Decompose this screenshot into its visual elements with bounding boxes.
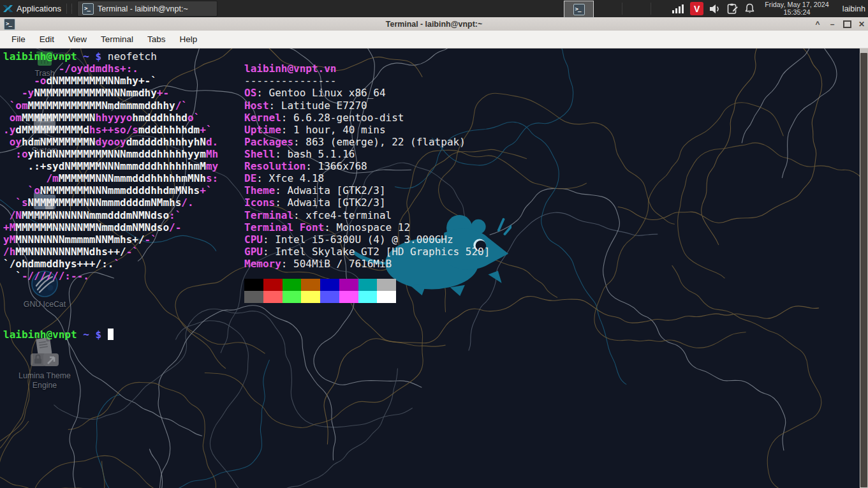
shade-window-button[interactable]: ^ bbox=[813, 20, 822, 29]
palette-swatch bbox=[283, 279, 302, 291]
neofetch-color-palette-row1 bbox=[244, 279, 396, 291]
menu-edit[interactable]: Edit bbox=[33, 33, 61, 46]
terminal-scrollbar[interactable] bbox=[860, 48, 868, 488]
palette-swatch bbox=[263, 291, 283, 303]
neofetch-color-palette-row2 bbox=[244, 291, 396, 303]
palette-swatch bbox=[377, 291, 396, 303]
neofetch-art-line: omMMMMMMMMMMMNhhyyyohmdddhhhdo` bbox=[3, 112, 200, 124]
applications-menu-icon bbox=[3, 3, 13, 14]
neofetch-art-line: /NMMMMMNNNNNNmmmdddmNMNdso:` bbox=[3, 209, 181, 221]
system-tray: V Friday, May 17, 2024 15:35:24 laibinh bbox=[672, 0, 868, 17]
neofetch-art-line: -odNMMMMMMMMNNmhy+-` bbox=[3, 75, 157, 87]
scrollbar-thumb[interactable] bbox=[860, 53, 867, 487]
neofetch-info-line: Resolution: 1366x768 bbox=[244, 160, 367, 172]
neofetch-art-line: `oNMMMMMMMNNNmmmddddhhdmMNhs+` bbox=[3, 184, 212, 196]
neofetch-art-line: :oyhhdNNMMMMMMMNNNmmdddhhhhhyymMh bbox=[3, 148, 218, 160]
neofetch-info-line: Host: Latitude E7270 bbox=[244, 100, 367, 112]
close-window-button[interactable]: ✕ bbox=[857, 20, 866, 29]
neofetch-info-line: Terminal: xfce4-terminal bbox=[244, 209, 392, 221]
minimize-window-button[interactable]: – bbox=[828, 20, 837, 29]
menu-help[interactable]: Help bbox=[173, 33, 204, 46]
terminal-icon: >_ bbox=[573, 4, 585, 15]
neofetch-info-title: laibinh@vnpt.vn bbox=[244, 63, 337, 75]
lumina-theme-icon bbox=[29, 337, 60, 369]
neofetch-art-line: `-//////:--. bbox=[3, 270, 89, 282]
terminal-cursor bbox=[108, 329, 114, 340]
neofetch-info-line: Shell: bash 5.1.16 bbox=[244, 148, 355, 160]
menu-bar: File Edit View Terminal Tabs Help bbox=[0, 31, 868, 48]
desktop-icon-label: Lumina Theme Engine bbox=[13, 371, 77, 390]
palette-swatch bbox=[301, 279, 320, 291]
desktop-root: Applications >_ Terminal - laibinh@vnpt:… bbox=[0, 0, 868, 488]
panel-separator bbox=[651, 3, 651, 15]
panel-grip-icon[interactable] bbox=[66, 4, 72, 13]
neofetch-info-line: Memory: 504MiB / 7616MiB bbox=[244, 258, 392, 270]
menu-file[interactable]: File bbox=[5, 33, 32, 46]
clock-time: 15:35:24 bbox=[765, 9, 829, 17]
top-panel: Applications >_ Terminal - laibinh@vnpt:… bbox=[0, 0, 868, 17]
window-titlebar[interactable]: Terminal - laibinh@vnpt:~ >_ ^ – ✕ bbox=[0, 17, 868, 31]
palette-swatch bbox=[339, 291, 358, 303]
neofetch-art-line: .ydMMMMMMMMMMdhs++so/smdddhhhhdm+` bbox=[3, 124, 212, 136]
neofetch-art-line: `/ohdmmddhys+++/:.` bbox=[3, 258, 120, 270]
neofetch-info-line: Packages: 863 (emerge), 22 (flatpak) bbox=[244, 136, 466, 148]
terminal-content[interactable]: Trash File System Home bbox=[0, 48, 868, 488]
panel-clock[interactable]: Friday, May 17, 2024 15:35:24 bbox=[765, 1, 829, 16]
shell-prompt-line: laibinh@vnpt ~ $ bbox=[3, 329, 114, 341]
neofetch-art-line: .:+sydNMMMMMNNNmmmdddhhhhhhmMmy bbox=[3, 160, 218, 172]
neofetch-art-line: -/oyddmdhs+:. bbox=[3, 63, 138, 75]
palette-swatch bbox=[301, 291, 320, 303]
neofetch-info-line: Terminal Font: Monospace 12 bbox=[244, 221, 410, 233]
neofetch-art-line: `omMMMMMMMMMMMMNmdmmmmddhhy/` bbox=[3, 100, 188, 112]
neofetch-info-line: Theme: Adwaita [GTK2/3] bbox=[244, 184, 386, 196]
neofetch-info-separator: --------------- bbox=[244, 75, 337, 87]
neofetch-info-line: DE: Xfce 4.18 bbox=[244, 172, 324, 184]
menu-tabs[interactable]: Tabs bbox=[141, 33, 172, 46]
neofetch-info-line: OS: Gentoo Linux x86_64 bbox=[244, 87, 386, 99]
network-signal-icon[interactable] bbox=[672, 4, 684, 14]
clipboard-icon[interactable] bbox=[727, 3, 739, 14]
palette-swatch bbox=[377, 279, 396, 291]
taskbar-window-button[interactable]: >_ Terminal - laibinh@vnpt:~ bbox=[77, 1, 217, 17]
neofetch-art-line: -yNMMMMMMMMMMMNNNmmdhy+- bbox=[3, 87, 169, 99]
terminal-launcher-button[interactable]: >_ bbox=[564, 1, 594, 18]
desktop-icon-lumina[interactable]: Lumina Theme Engine bbox=[13, 337, 77, 390]
volume-icon[interactable] bbox=[709, 4, 721, 14]
neofetch-art-line: yMMNNNNNNNmmmmmNNMmhs+/-` bbox=[3, 233, 157, 246]
notifications-bell-icon[interactable] bbox=[744, 3, 755, 14]
palette-swatch bbox=[358, 279, 378, 291]
palette-swatch bbox=[283, 291, 302, 303]
palette-swatch bbox=[320, 279, 339, 291]
maximize-window-button[interactable] bbox=[842, 20, 851, 29]
clock-date: Friday, May 17, 2024 bbox=[765, 1, 829, 9]
shell-prompt-line: laibinh@vnpt ~ $ neofetch bbox=[3, 50, 157, 63]
palette-swatch bbox=[244, 279, 263, 291]
taskbar-window-label: Terminal - laibinh@vnpt:~ bbox=[98, 4, 188, 13]
neofetch-art-line: `sNMMMMMMMMNNNmmmddddmNMmhs/. bbox=[3, 196, 194, 209]
desktop-icon-label: GNU IceCat bbox=[18, 300, 71, 309]
applications-menu-button[interactable]: Applications bbox=[0, 0, 65, 17]
palette-swatch bbox=[263, 279, 283, 291]
neofetch-art-line: +MMMMMMMNNNNNMMNmmddmNMNdso/- bbox=[3, 221, 181, 233]
palette-swatch bbox=[358, 291, 378, 303]
neofetch-art-line: /mMMMMMMNNNmmmdddhhhhhmMNhs: bbox=[3, 172, 218, 184]
palette-swatch bbox=[339, 279, 358, 291]
neofetch-info-line: Kernel: 6.6.28-gentoo-dist bbox=[244, 112, 404, 124]
panel-username: laibinh bbox=[842, 4, 865, 13]
menu-view[interactable]: View bbox=[62, 33, 93, 46]
terminal-icon: >_ bbox=[82, 3, 94, 15]
palette-swatch bbox=[320, 291, 339, 303]
palette-swatch bbox=[244, 291, 263, 303]
panel-separator bbox=[622, 3, 622, 15]
neofetch-info-line: Icons: Adwaita [GTK2/3] bbox=[244, 196, 386, 209]
neofetch-info-line: CPU: Intel i5-6300U (4) @ 3.000GHz bbox=[244, 233, 453, 246]
window-controls: ^ – ✕ bbox=[813, 17, 866, 31]
neofetch-art-line: oyhdmNMMMMMMMNdyooydmddddhhhhyhNd. bbox=[3, 136, 218, 148]
neofetch-info-line: Uptime: 1 hour, 40 mins bbox=[244, 124, 386, 136]
v-badge-letter: V bbox=[694, 4, 700, 14]
neofetch-art-line: /hMMNNNNNNNNMNdhs++/-` bbox=[3, 246, 138, 258]
menu-terminal[interactable]: Terminal bbox=[94, 33, 140, 46]
v-app-tray-icon[interactable]: V bbox=[690, 2, 703, 15]
applications-menu-label: Applications bbox=[17, 4, 61, 13]
window-title: Terminal - laibinh@vnpt:~ bbox=[0, 20, 868, 29]
